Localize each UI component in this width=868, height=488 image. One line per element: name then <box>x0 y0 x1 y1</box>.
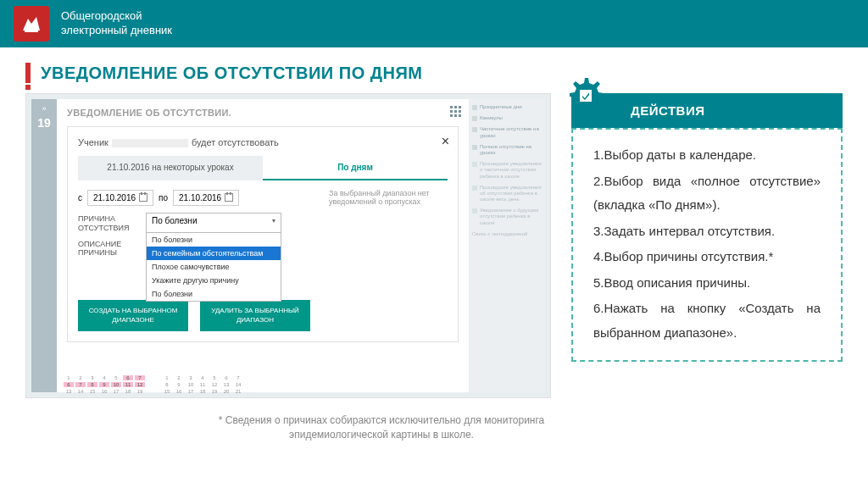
legend-item: Праздничные дни <box>472 104 542 110</box>
reason-dropdown-list: По болезни По семейным обстоятельствам П… <box>146 232 281 302</box>
tab-by-lessons[interactable]: 21.10.2016 на некоторых уроках <box>78 156 263 180</box>
app-window: » 19 УВЕДОМЛЕНИЕ ОБ ОТСУТСТВИИ. × Ученик… <box>25 93 551 398</box>
legend-item: Уведомления о будущем отсутствии ребенка… <box>472 208 542 226</box>
legend-item: Полное отсутствие на уроках <box>472 144 542 156</box>
action-step: 2.Выбор вида «полное отсутствие» (вкладк… <box>593 169 821 218</box>
footnote: * Сведения о причинах собираются исключи… <box>170 413 593 442</box>
button-row: СОЗДАТЬ НА ВЫБРАННОМ ДИАПАЗОНЕ УДАЛИТЬ З… <box>78 300 448 331</box>
reason-dropdown[interactable]: По болезни▾ По болезни По семейным обсто… <box>146 213 281 233</box>
legend-item: Каникулы <box>472 115 542 121</box>
date-range-row: с 21.10.2016 по 21.10.2016 За выбранный … <box>78 189 448 206</box>
student-row: Ученикбудет отсутствовать <box>78 137 448 147</box>
moscow-logo <box>14 6 49 42</box>
chevron-down-icon: ▾ <box>272 217 275 225</box>
date-to-input[interactable]: 21.10.2016 <box>173 190 239 206</box>
reason-option[interactable]: Укажите другую причину <box>147 274 281 287</box>
legend-item: Прошедшие уведомления об отсутствии ребе… <box>472 185 542 203</box>
tab-by-days[interactable]: По дням <box>263 156 448 180</box>
reason-option[interactable]: По семейным обстоятельствам <box>147 247 281 260</box>
exclaim-icon <box>25 63 31 83</box>
reason-label: ПРИЧИНА ОТСУТСТВИЯ <box>78 213 146 233</box>
collapse-icon[interactable]: » <box>31 104 57 113</box>
reason-option[interactable]: По болезни <box>147 287 281 301</box>
sidebar-day: 19 <box>31 116 57 130</box>
action-step: 6.Нажать на кнопку «Создать на выбранном… <box>593 297 821 345</box>
sidebar-left: » 19 <box>31 99 57 392</box>
grid-icon[interactable] <box>450 106 462 118</box>
delete-button[interactable]: УДАЛИТЬ ЗА ВЫБРАННЫЙ ДИАПАЗОН <box>200 300 310 331</box>
dialog-title: УВЕДОМЛЕНИЕ ОБ ОТСУТСТВИИ. <box>67 108 459 118</box>
actions-body: 1.Выбор даты в календаре. 2.Выбор вида «… <box>571 128 843 362</box>
date-from-input[interactable]: 21.10.2016 <box>87 190 153 206</box>
action-step: 1.Выбор даты в календаре. <box>593 143 821 168</box>
action-step: 4.Выбор причины отсутствия.* <box>593 245 821 269</box>
reason-row: ПРИЧИНА ОТСУТСТВИЯ По болезни▾ По болезн… <box>78 213 448 233</box>
to-label: по <box>159 193 168 202</box>
action-step: 5.Ввод описания причины. <box>593 271 821 296</box>
create-button[interactable]: СОЗДАТЬ НА ВЫБРАННОМ ДИАПАЗОНЕ <box>78 300 188 331</box>
reason-option[interactable]: Плохое самочувствие <box>147 260 281 274</box>
calendar-icon <box>225 193 233 202</box>
calendar-icon <box>139 193 147 202</box>
from-label: с <box>78 193 82 202</box>
banner-title: Общегородской электронный дневник <box>61 9 172 38</box>
page-title: УВЕДОМЛЕНИЕ ОБ ОТСУТСТВИИ ПО ДНЯМ <box>41 64 423 83</box>
svg-rect-0 <box>580 90 592 102</box>
tabs: 21.10.2016 на некоторых уроках По дням <box>78 156 448 180</box>
close-icon[interactable]: × <box>442 134 449 149</box>
range-hint: За выбранный диапазон нет уведомлений о … <box>329 189 448 206</box>
legend-item: Частичное отсутствие на уроках <box>472 126 542 138</box>
reason-option[interactable]: По болезни <box>147 233 281 247</box>
action-step: 3.Задать интервал отсутствия. <box>593 219 821 244</box>
desc-label: ОПИСАНИЕ ПРИЧИНЫ <box>78 238 146 258</box>
top-banner: Общегородской электронный дневник <box>0 0 868 47</box>
actions-header: ДЕЙСТВИЯ <box>571 93 843 128</box>
legend-item: Связь с техподдержкой <box>472 231 542 237</box>
absence-dialog: × Ученикбудет отсутствовать 21.10.2016 н… <box>67 126 459 342</box>
page-title-row: УВЕДОМЛЕНИЕ ОБ ОТСУТСТВИИ ПО ДНЯМ <box>0 47 868 93</box>
legend-item: Прошедшие уведомления о частичном отсутс… <box>472 161 542 180</box>
gear-icon <box>561 71 609 119</box>
legend-sidebar: Праздничные дни Каникулы Частичное отсут… <box>469 99 545 392</box>
mini-calendar: 1234567 6789101112 13141516171819 123456… <box>64 375 465 394</box>
actions-panel: ДЕЙСТВИЯ 1.Выбор даты в календаре. 2.Выб… <box>571 93 843 398</box>
